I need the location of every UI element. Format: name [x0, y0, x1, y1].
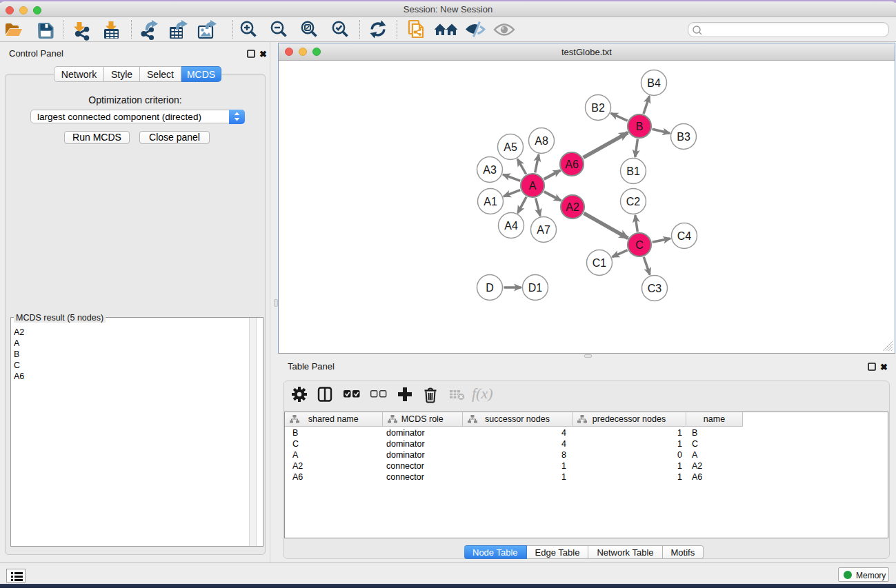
svg-text:C3: C3	[648, 283, 662, 294]
svg-text:A: A	[529, 180, 537, 192]
svg-text:D1: D1	[528, 282, 543, 294]
svg-text:A6: A6	[565, 159, 579, 170]
svg-text:D: D	[486, 282, 494, 294]
svg-text:B: B	[636, 121, 644, 132]
svg-text:B4: B4	[647, 77, 661, 89]
svg-text:C1: C1	[593, 257, 607, 269]
svg-text:A1: A1	[484, 196, 497, 207]
svg-text:C2: C2	[626, 196, 641, 207]
svg-text:B3: B3	[677, 131, 690, 143]
svg-text:A2: A2	[566, 201, 579, 213]
svg-text:A7: A7	[537, 224, 550, 236]
svg-text:A8: A8	[535, 135, 548, 147]
svg-text:B2: B2	[591, 102, 605, 114]
svg-text:B1: B1	[626, 165, 640, 177]
svg-text:A5: A5	[504, 141, 517, 153]
svg-text:C4: C4	[677, 230, 692, 242]
svg-text:A4: A4	[504, 220, 518, 232]
svg-text:A3: A3	[483, 164, 497, 176]
svg-text:C: C	[635, 239, 644, 251]
